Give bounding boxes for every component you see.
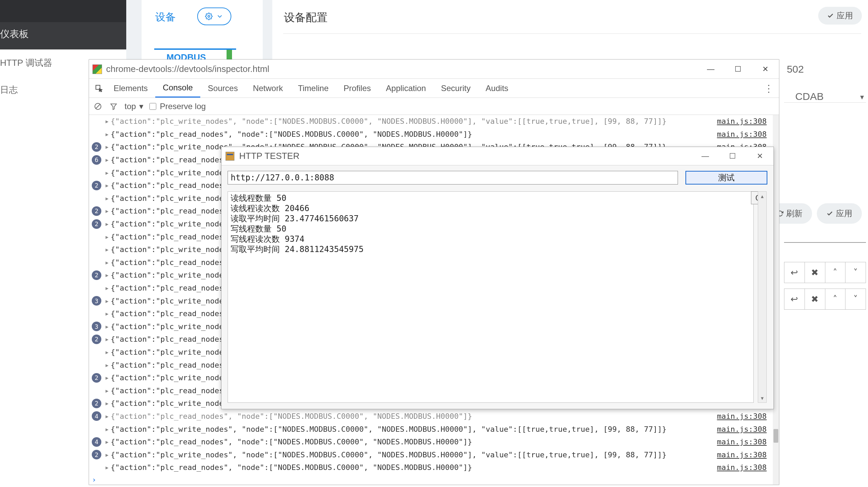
devtools-tab-application[interactable]: Application xyxy=(378,79,433,98)
move-down-button[interactable]: ˅ xyxy=(845,262,866,283)
check-icon xyxy=(827,12,834,19)
maximize-button[interactable]: ☐ xyxy=(719,147,746,165)
close-button[interactable]: ✕ xyxy=(752,60,779,79)
devtools-tab-elements[interactable]: Elements xyxy=(106,79,155,98)
execution-context-selector[interactable]: top ▾ xyxy=(125,102,143,111)
minimize-button[interactable]: — xyxy=(692,147,719,165)
log-source-link[interactable]: main.js:308 xyxy=(717,451,773,459)
console-log-row[interactable]: ▸{"action":"plc_write_nodes", "node":["N… xyxy=(89,115,773,128)
repeat-count-badge: 4 xyxy=(92,411,101,421)
clear-console-icon[interactable] xyxy=(93,102,103,111)
delete-button[interactable]: ✖ xyxy=(805,262,825,283)
console-log-row[interactable]: 2▸{"action":"plc_write_nodes", "node":["… xyxy=(89,448,773,461)
apply-button-mid[interactable]: 应用 xyxy=(817,203,862,224)
left-nav-primary: 仪表板 xyxy=(0,22,126,46)
log-source-link[interactable]: main.js:308 xyxy=(717,438,773,446)
svg-line-3 xyxy=(96,104,100,108)
scroll-down-icon[interactable]: ▾ xyxy=(758,394,766,402)
tab-device[interactable]: 设备 xyxy=(155,10,176,24)
console-prompt[interactable]: › xyxy=(89,474,773,485)
url-input[interactable] xyxy=(228,171,678,185)
device-settings-button[interactable] xyxy=(197,8,231,25)
log-message: ▸{"action":"plc_write_nodes", "node":["N… xyxy=(105,451,717,459)
devtools-tab-sources[interactable]: Sources xyxy=(200,79,245,98)
url-row: 测试 xyxy=(228,171,767,185)
repeat-count-badge: 2 xyxy=(92,219,101,229)
maximize-button[interactable]: ☐ xyxy=(724,60,752,79)
devtools-tab-audits[interactable]: Audits xyxy=(478,79,516,98)
value-byte-order[interactable]: CDAB xyxy=(795,91,824,102)
devtools-tab-timeline[interactable]: Timeline xyxy=(290,79,336,98)
move-down-button[interactable]: ˅ xyxy=(845,289,866,309)
close-button[interactable]: ✕ xyxy=(746,147,773,165)
devtools-url: chrome-devtools://devtools/inspector.htm… xyxy=(106,64,269,74)
repeat-count-badge: 2 xyxy=(92,270,101,280)
move-up-button[interactable]: ˄ xyxy=(825,289,846,309)
repeat-count-badge: 2 xyxy=(92,335,101,344)
kebab-menu-icon[interactable]: ⋮ xyxy=(762,79,776,98)
delete-button[interactable]: ✖ xyxy=(805,289,825,309)
console-log-row[interactable]: ▸{"action":"plc_read_nodes", "node":["NO… xyxy=(89,461,773,474)
repeat-count-badge: 4 xyxy=(92,437,101,447)
repeat-count-badge: 2 xyxy=(92,450,101,459)
preserve-log-label: Preserve log xyxy=(160,102,206,111)
filter-icon[interactable] xyxy=(109,102,118,111)
row-action-bar-2: ↩ ✖ ˄ ˅ xyxy=(784,289,866,310)
log-source-link[interactable]: main.js:308 xyxy=(717,425,773,433)
refresh-label: 刷新 xyxy=(786,208,802,219)
devtools-tab-console[interactable]: Console xyxy=(155,79,200,98)
apply-button-top[interactable]: 应用 xyxy=(818,7,862,25)
gutter-left xyxy=(126,0,142,60)
action-pills: 刷新 应用 xyxy=(767,203,862,224)
devtools-tab-profiles[interactable]: Profiles xyxy=(336,79,378,98)
console-log-row[interactable]: ▸{"action":"plc_write_nodes", "node":["N… xyxy=(89,423,773,436)
row-action-bar-1: ↩ ✖ ˄ ˅ xyxy=(784,262,866,283)
devtools-tab-security[interactable]: Security xyxy=(433,79,478,98)
minimize-button[interactable]: — xyxy=(697,60,724,79)
devtools-app-icon xyxy=(92,64,102,74)
repeat-count-badge: 3 xyxy=(92,322,101,331)
http-tester-app-icon xyxy=(226,152,234,161)
log-source-link[interactable]: main.js:308 xyxy=(717,463,773,472)
move-up-button[interactable]: ˄ xyxy=(825,262,846,283)
scroll-up-icon[interactable]: ▴ xyxy=(758,192,766,201)
undo-button[interactable]: ↩ xyxy=(784,289,805,309)
log-source-link[interactable]: main.js:308 xyxy=(717,117,773,126)
chevron-down-icon xyxy=(216,13,223,20)
inspect-element-icon[interactable] xyxy=(92,79,106,98)
output-scrollbar[interactable]: ▴ ▾ xyxy=(758,191,767,403)
right-separator xyxy=(784,102,866,103)
log-message: ▸{"action":"plc_read_nodes", "node":["NO… xyxy=(105,438,717,446)
console-toolbar: top ▾ Preserve log xyxy=(89,98,779,115)
http-tester-titlebar[interactable]: HTTP TESTER — ☐ ✕ xyxy=(221,147,773,165)
apply-label: 应用 xyxy=(837,10,853,21)
console-log-row[interactable]: ▸{"action":"plc_read_nodes", "node":["NO… xyxy=(89,128,773,141)
http-tester-window: HTTP TESTER — ☐ ✕ 测试 读线程数量 50 读线程读次数 204… xyxy=(221,147,774,409)
repeat-count-badge: 6 xyxy=(92,155,101,165)
svg-point-0 xyxy=(208,15,210,17)
log-source-link[interactable]: main.js:308 xyxy=(717,130,773,138)
repeat-count-badge: 2 xyxy=(92,142,101,152)
undo-button[interactable]: ↩ xyxy=(784,262,805,283)
repeat-count-badge: 2 xyxy=(92,181,101,190)
dropdown-caret-icon[interactable]: ▾ xyxy=(860,93,864,102)
log-message: ▸{"action":"plc_read_nodes", "node":["NO… xyxy=(105,412,717,420)
preserve-log-checkbox[interactable]: Preserve log xyxy=(149,102,206,111)
window-buttons: — ☐ ✕ xyxy=(692,147,773,165)
log-source-link[interactable]: main.js:308 xyxy=(717,412,773,420)
console-log-row[interactable]: 4▸{"action":"plc_read_nodes", "node":["N… xyxy=(89,410,773,423)
console-log-row[interactable]: 4▸{"action":"plc_read_nodes", "node":["N… xyxy=(89,436,773,448)
gutter-right xyxy=(263,0,272,60)
test-button[interactable]: 测试 xyxy=(685,171,767,185)
chevron-down-icon: ▾ xyxy=(139,102,143,111)
preserve-log-input[interactable] xyxy=(149,103,156,110)
devtools-tab-network[interactable]: Network xyxy=(245,79,290,98)
right-table-top xyxy=(784,242,866,243)
nav-dashboard[interactable]: 仪表板 xyxy=(0,22,126,46)
output-textarea[interactable]: 读线程数量 50 读线程读次数 20466 读取平均时间 23.47746156… xyxy=(228,191,754,403)
apply-label: 应用 xyxy=(836,208,852,219)
scrollbar-thumb[interactable] xyxy=(773,429,778,443)
http-tester-body: 测试 读线程数量 50 读线程读次数 20466 读取平均时间 23.47746… xyxy=(221,165,773,409)
devtools-titlebar[interactable]: chrome-devtools://devtools/inspector.htm… xyxy=(89,60,779,79)
log-message: ▸{"action":"plc_read_nodes", "node":["NO… xyxy=(105,130,717,138)
